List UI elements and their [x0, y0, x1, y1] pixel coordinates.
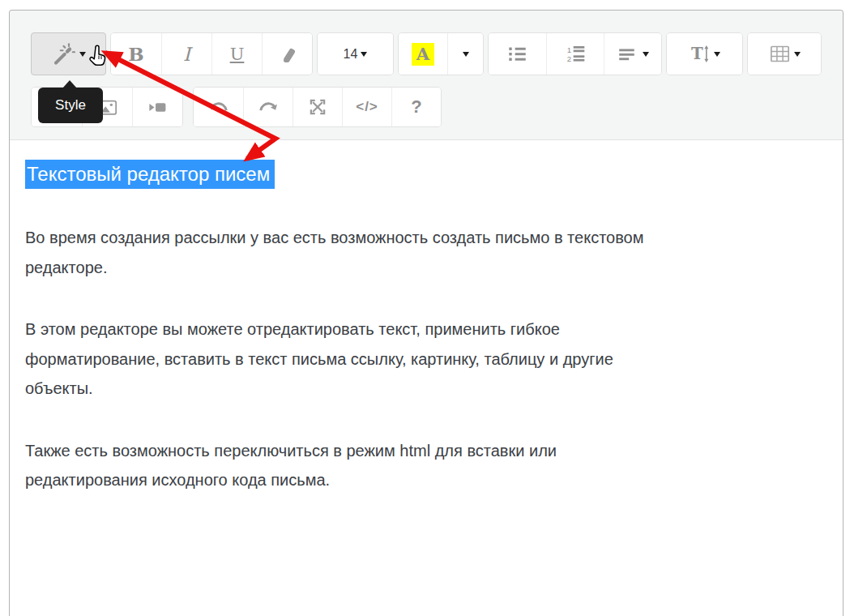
style-tooltip: Style [38, 88, 103, 123]
table-icon [769, 43, 791, 65]
ordered-list-button[interactable]: 1 2 [546, 33, 604, 75]
chevron-down-icon [643, 52, 649, 57]
font-size-value: 14 [344, 47, 358, 62]
paragraph-1: Во время создания рассылки у вас есть во… [25, 223, 828, 282]
paragraph-2: В этом редакторе вы можете отредактирова… [25, 314, 828, 404]
bullet-list-button[interactable] [489, 33, 546, 75]
chevron-down-icon [361, 52, 367, 57]
actions-group: </> ? [193, 87, 442, 127]
line-height-group: T [666, 32, 743, 75]
style-tooltip-label: Style [55, 97, 86, 113]
eraser-icon [277, 44, 298, 65]
insert-video-button[interactable] [132, 88, 182, 126]
help-button[interactable]: ? [391, 88, 441, 126]
code-view-button[interactable]: </> [342, 88, 391, 126]
undo-button[interactable] [194, 88, 243, 126]
text-color-button[interactable]: A [399, 33, 447, 75]
editor: B I U 14 [9, 10, 844, 616]
bold-label: B [128, 43, 143, 65]
underline-label: U [230, 45, 245, 64]
paragraph-line: Во время создания рассылки у вас есть во… [25, 223, 828, 253]
svg-text:2: 2 [566, 54, 570, 63]
paragraph-line: форматирование, вставить в текст письма … [25, 344, 828, 374]
paragraph-line: редакторе. [25, 253, 828, 283]
underline-button[interactable]: U [211, 33, 262, 75]
editor-toolbar: B I U 14 [10, 11, 843, 140]
redo-button[interactable] [243, 88, 293, 126]
paragraph-line: редактирования исходного кода письма. [25, 465, 828, 495]
editor-content[interactable]: Текстовый редактор писем Во время создан… [10, 140, 843, 495]
clear-formatting-button[interactable] [262, 33, 312, 75]
line-height-button[interactable]: T [667, 33, 742, 75]
toolbar-row-1: B I U 14 [10, 11, 843, 75]
chevron-down-icon [794, 52, 801, 57]
ordered-list-icon: 1 2 [566, 44, 586, 64]
text-color-caret-button[interactable] [447, 33, 483, 75]
video-icon [147, 96, 169, 118]
font-size-button[interactable]: 14 [318, 33, 393, 75]
fullscreen-icon [307, 96, 328, 118]
table-group [747, 32, 822, 75]
heading-line: Текстовый редактор писем [25, 160, 828, 189]
align-button[interactable] [604, 33, 661, 75]
code-view-label: </> [356, 99, 378, 115]
heading-selected-text: Текстовый редактор писем [25, 160, 275, 189]
paragraph-line: В этом редакторе вы можете отредактирова… [25, 314, 828, 344]
table-button[interactable] [748, 33, 821, 75]
fullscreen-button[interactable] [293, 88, 342, 126]
text-color-group: A [398, 32, 484, 75]
svg-text:1: 1 [566, 45, 570, 54]
paragraph-line: объекты. [25, 374, 828, 404]
style-dropdown-button[interactable] [31, 32, 106, 75]
paragraph-3: Также есть возможность переключиться в р… [25, 436, 828, 495]
undo-icon [207, 96, 230, 118]
toolbar-row-2: </> ? [10, 75, 843, 127]
redo-icon [257, 96, 280, 118]
align-icon [617, 45, 637, 64]
chevron-down-icon [714, 52, 720, 57]
bold-button[interactable]: B [111, 33, 161, 75]
text-color-label: A [412, 43, 434, 66]
paragraph-line: Также есть возможность переключиться в р… [25, 436, 828, 466]
italic-label: I [183, 44, 190, 65]
line-height-icon: T [689, 43, 711, 65]
chevron-down-icon [463, 52, 469, 57]
help-label: ? [411, 96, 421, 118]
list-group: 1 2 [488, 32, 662, 75]
italic-button[interactable]: I [161, 33, 211, 75]
bullet-list-icon [507, 44, 527, 64]
magic-wand-icon [52, 42, 76, 66]
svg-text:T: T [691, 44, 703, 63]
format-group: B I U [110, 32, 313, 75]
chevron-down-icon [79, 52, 86, 57]
font-size-group: 14 [317, 32, 394, 75]
